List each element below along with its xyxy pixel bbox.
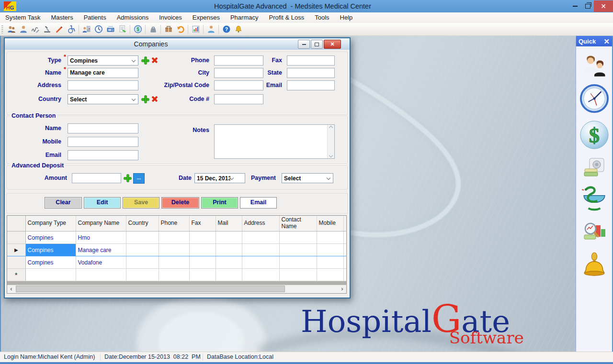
column-header[interactable]: Contact Name (279, 216, 317, 232)
grid-cell[interactable] (242, 269, 279, 281)
scroll-right-icon[interactable]: › (338, 285, 346, 293)
toolbar-patient-icon[interactable] (17, 23, 29, 35)
menu-item-invoices[interactable]: Invoices (154, 12, 187, 23)
grid-cell[interactable] (159, 232, 189, 244)
toolbar-purse-icon[interactable] (147, 23, 159, 35)
grid-cell[interactable] (126, 244, 159, 256)
add-country-icon[interactable] (142, 96, 149, 103)
grid-cell[interactable] (242, 232, 279, 244)
toolbar-admission-icon[interactable] (80, 23, 92, 35)
grid-cell[interactable] (317, 232, 343, 244)
column-header[interactable]: Company Type (25, 216, 76, 232)
quick-close-icon[interactable]: ✕ (603, 38, 610, 45)
column-header[interactable]: Fax (189, 216, 216, 232)
scroll-left-icon[interactable]: ‹ (7, 285, 15, 293)
email-button[interactable]: Email (240, 197, 277, 209)
quick-billing-icon[interactable]: $ (576, 120, 612, 150)
amount-input[interactable] (72, 173, 121, 183)
email-input[interactable] (287, 80, 335, 90)
grid-cell[interactable] (317, 256, 343, 269)
toolbar-prescription-icon[interactable] (53, 23, 65, 35)
toolbar-undo-icon[interactable] (174, 23, 186, 35)
payment-dropdown[interactable]: Select (282, 173, 333, 183)
grid-row[interactable]: Compines Hmo (7, 232, 346, 244)
browse-button[interactable]: ... (133, 173, 145, 184)
horizontal-scrollbar[interactable]: ‹ › (7, 285, 346, 293)
code-input[interactable] (214, 94, 263, 104)
save-button[interactable]: Save (123, 197, 159, 209)
menu-item-help[interactable]: Help (335, 12, 358, 23)
grid-cell[interactable] (279, 256, 317, 269)
grid-cell[interactable] (159, 256, 189, 269)
menu-item-masters[interactable]: Masters (45, 12, 78, 23)
scroll-up-icon[interactable] (329, 126, 333, 130)
grid-cell[interactable] (25, 269, 76, 281)
contact-mobile-input[interactable] (68, 137, 138, 147)
toolbar-microscope-icon[interactable] (41, 23, 53, 35)
country-dropdown[interactable]: Select (68, 94, 138, 104)
add-amount-icon[interactable] (124, 175, 131, 182)
print-button[interactable]: Print (201, 197, 238, 209)
toolbar-help-icon[interactable]: ? (220, 23, 232, 35)
grid-cell[interactable] (189, 244, 216, 256)
grid-cell[interactable] (189, 256, 216, 269)
quick-patients-icon[interactable] (576, 53, 612, 77)
menu-item-expenses[interactable]: Expenses (187, 12, 225, 23)
state-input[interactable] (287, 68, 335, 78)
toolbar-report-icon[interactable] (190, 23, 202, 35)
toolbar-wheelchair-icon[interactable] (65, 23, 77, 35)
grid-cell[interactable] (242, 244, 279, 256)
name-input[interactable]: Manage care (68, 68, 138, 78)
quick-reminder-bell-icon[interactable] (576, 252, 612, 280)
menu-item-admissions[interactable]: Admissions (112, 12, 154, 23)
contact-email-input[interactable] (68, 150, 138, 160)
address-input[interactable] (68, 80, 138, 90)
notes-scrollbar[interactable] (327, 125, 334, 158)
quick-reports-icon[interactable] (576, 221, 612, 245)
toolbar-patients-icon[interactable] (5, 23, 17, 35)
menu-item-profit-loss[interactable]: Profit & Loss (263, 12, 309, 23)
row-selector[interactable] (7, 256, 25, 269)
minimize-button[interactable] (569, 0, 581, 12)
dialog-maximize-button[interactable] (311, 40, 323, 49)
grid-cell[interactable]: Vodafone (76, 256, 126, 269)
restore-button[interactable] (581, 0, 594, 12)
grid-cell[interactable] (279, 244, 317, 256)
grid-cell[interactable] (216, 232, 242, 244)
grid-cell[interactable] (126, 232, 159, 244)
dialog-close-button[interactable]: ✕ (324, 40, 341, 49)
grid-cell[interactable] (126, 269, 159, 281)
grid-row-current[interactable]: ▶ Compines Manage care (7, 244, 346, 256)
grid-cell[interactable]: Compines (25, 232, 76, 244)
menu-item-patients[interactable]: Patients (79, 12, 112, 23)
grid-cell[interactable]: Compines (25, 256, 76, 269)
toolbar-cash-icon[interactable]: $ (132, 23, 144, 35)
column-header[interactable]: Mobile (317, 216, 343, 232)
grid-row[interactable]: Compines Vodafone (7, 256, 346, 269)
grid-cell[interactable] (76, 269, 126, 281)
quick-clock-icon[interactable] (576, 84, 612, 113)
clear-button[interactable]: Clear (45, 197, 82, 209)
grid-cell[interactable] (279, 232, 317, 244)
grid-cell[interactable]: Manage care (76, 244, 126, 256)
toolbar-cleanup-bell-icon[interactable] (232, 23, 244, 35)
grid-cell[interactable] (343, 256, 346, 269)
menu-item-system-task[interactable]: System Task (0, 12, 45, 23)
type-dropdown[interactable]: Compines (68, 55, 138, 66)
delete-button[interactable]: Delete (161, 197, 199, 209)
column-header[interactable]: Company Name (76, 216, 126, 232)
toolbar-clock-icon[interactable] (92, 23, 104, 35)
grid-cell[interactable] (317, 244, 343, 256)
grid-new-row[interactable]: * (7, 269, 346, 281)
grid-cell[interactable] (189, 269, 216, 281)
grid-cell[interactable] (159, 244, 189, 256)
grid-cell[interactable]: Hmo (76, 232, 126, 244)
fax-input[interactable] (287, 55, 335, 66)
menu-item-pharmacy[interactable]: Pharmacy (225, 12, 264, 23)
grid-cell[interactable] (216, 269, 242, 281)
toolbar-fax-icon[interactable] (104, 23, 116, 35)
column-header[interactable]: Phone (159, 216, 189, 232)
column-header[interactable]: Mail (216, 216, 242, 232)
date-dropdown[interactable]: 15 Dec, 2013 (194, 173, 245, 183)
grid-cell[interactable] (189, 232, 216, 244)
